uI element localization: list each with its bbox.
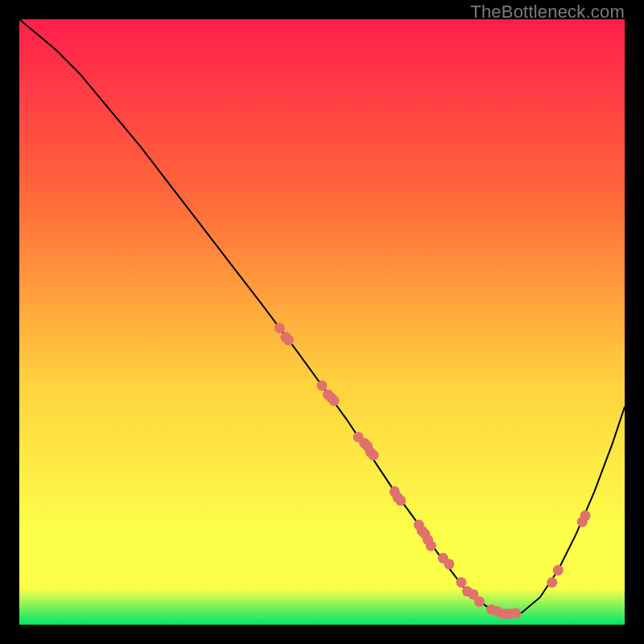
data-marker <box>368 450 378 460</box>
bottleneck-chart <box>19 19 625 625</box>
data-marker <box>426 541 436 551</box>
data-marker <box>456 577 467 588</box>
data-marker <box>283 335 294 345</box>
chart-frame <box>19 19 625 625</box>
data-marker <box>317 381 328 391</box>
data-marker <box>395 495 406 506</box>
data-marker <box>474 597 485 607</box>
data-marker <box>547 577 557 588</box>
data-marker <box>444 559 454 569</box>
data-marker <box>329 395 340 406</box>
data-marker <box>510 608 521 618</box>
data-marker <box>275 323 285 333</box>
data-marker <box>580 510 591 521</box>
data-marker <box>553 565 564 576</box>
